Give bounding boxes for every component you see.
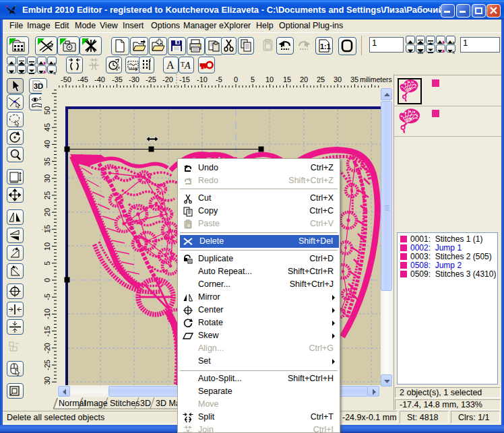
- svg-text:-35: -35: [112, 75, 123, 84]
- svg-text:10: 10: [43, 242, 51, 251]
- svg-text:3D: 3D: [140, 399, 151, 408]
- svg-text:50: 50: [43, 106, 51, 114]
- svg-text:-30: -30: [129, 75, 139, 84]
- svg-text:45: 45: [43, 123, 51, 131]
- svg-text:25: 25: [317, 75, 325, 84]
- svg-text:A: A: [184, 61, 191, 71]
- svg-text:x: x: [453, 50, 455, 55]
- svg-text:x: x: [54, 71, 57, 75]
- svg-text:Stitches: Stitches: [110, 399, 139, 408]
- svg-text:-20: -20: [43, 343, 51, 354]
- svg-text:-40: -40: [94, 75, 105, 84]
- svg-text:0: 0: [234, 75, 238, 84]
- svg-text:-25: -25: [146, 75, 156, 84]
- svg-text:-45: -45: [77, 75, 88, 84]
- svg-text:-30: -30: [43, 376, 51, 385]
- svg-text:0: 0: [43, 278, 51, 282]
- svg-text:1:1: 1:1: [320, 42, 331, 51]
- svg-text:40: 40: [43, 140, 51, 148]
- svg-text:35: 35: [43, 158, 51, 166]
- svg-text:30: 30: [334, 75, 342, 84]
- svg-text:20: 20: [43, 208, 51, 216]
- svg-text:-5: -5: [43, 294, 51, 300]
- svg-text:30: 30: [43, 174, 51, 182]
- svg-text:-25: -25: [43, 360, 51, 370]
- svg-text:20: 20: [300, 75, 308, 84]
- svg-text:-5: -5: [216, 75, 222, 84]
- svg-text:10: 10: [265, 75, 274, 84]
- svg-text:-50: -50: [61, 75, 71, 84]
- svg-text:-10: -10: [43, 308, 51, 319]
- svg-text:Normal: Normal: [59, 399, 86, 408]
- svg-text:5: 5: [251, 75, 255, 84]
- svg-text:15: 15: [283, 75, 291, 84]
- svg-text:-20: -20: [162, 75, 173, 84]
- svg-text:15: 15: [43, 225, 51, 233]
- svg-text:-15: -15: [43, 326, 51, 337]
- svg-text:A: A: [166, 59, 175, 71]
- svg-text:5: 5: [43, 261, 51, 265]
- svg-text:-10: -10: [197, 75, 208, 84]
- svg-text:Image: Image: [84, 399, 108, 408]
- svg-text:35: 35: [350, 75, 358, 84]
- svg-text:-15: -15: [179, 75, 190, 84]
- svg-text:25: 25: [43, 191, 51, 199]
- svg-text:milimeters: milimeters: [360, 75, 392, 84]
